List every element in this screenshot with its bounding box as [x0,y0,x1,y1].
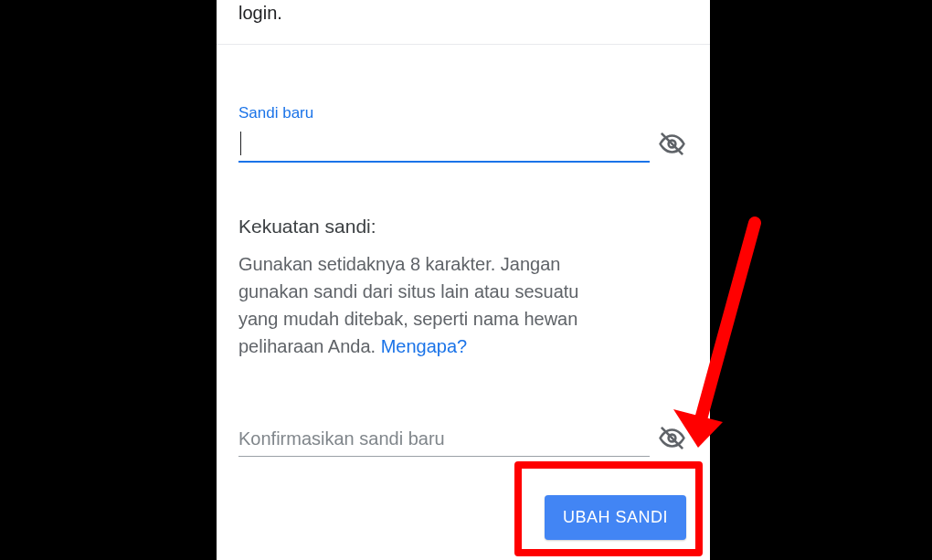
why-link[interactable]: Mengapa? [381,336,468,356]
strength-description: Gunakan setidaknya 8 karakter. Jangan gu… [238,250,622,360]
text-cursor [240,132,241,155]
password-change-card: login. Sandi baru Kekuatan sandi: Gunaka… [217,0,710,560]
toggle-visibility-new[interactable] [655,129,688,162]
new-password-field-block: Sandi baru [238,104,688,163]
confirm-password-field-block [238,422,688,457]
new-password-label: Sandi baru [238,104,688,122]
eye-off-icon [658,424,686,456]
confirm-password-input[interactable] [238,422,650,457]
section-divider [217,44,710,45]
strength-title: Kekuatan sandi: [238,216,688,238]
eye-off-icon [658,130,686,162]
change-password-button[interactable]: UBAH SANDI [545,495,686,540]
toggle-visibility-confirm[interactable] [655,423,688,456]
new-password-input[interactable] [238,128,650,163]
top-instruction-text: login. [238,0,688,26]
password-strength-block: Kekuatan sandi: Gunakan setidaknya 8 kar… [238,216,688,360]
